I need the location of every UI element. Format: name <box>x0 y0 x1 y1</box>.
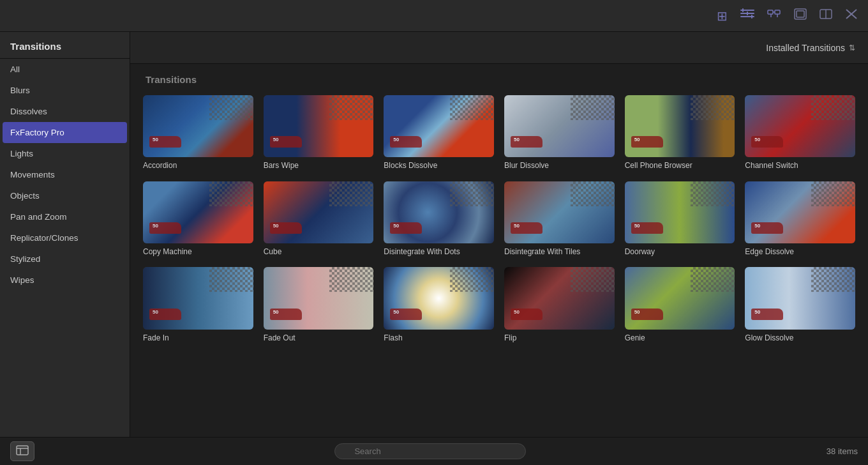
grid-container: AccordionBars WipeBlocks DissolveBlur Di… <box>130 90 868 437</box>
transition-item-glow-dissolve[interactable]: Glow Dissolve <box>742 262 858 348</box>
transition-label: Blur Dissolve <box>504 161 549 171</box>
transition-label: Cube <box>264 247 282 257</box>
transition-label: Edge Dissolve <box>745 247 794 257</box>
search-input[interactable] <box>334 443 526 459</box>
main-area: Transitions AllBlursDissolvesFxFactory P… <box>0 32 868 437</box>
transition-item-fade-in[interactable]: Fade In <box>140 262 256 348</box>
transition-item-cell-phone-browser[interactable]: Cell Phone Browser <box>622 90 738 176</box>
sidebar-item-pan-and-zoom[interactable]: Pan and Zoom <box>0 206 130 227</box>
transition-label: Fade In <box>143 333 169 344</box>
section-title: Transitions <box>130 64 868 90</box>
toolbar-icon-3[interactable] <box>767 8 781 23</box>
svg-rect-7 <box>775 10 780 14</box>
transition-label: Accordion <box>143 161 177 171</box>
search-wrapper: 🔍 <box>334 443 526 459</box>
transition-label: Disintegrate With Dots <box>384 247 460 257</box>
bottom-bar: 🔍 38 items <box>0 437 868 465</box>
sidebar: Transitions AllBlursDissolvesFxFactory P… <box>0 32 130 437</box>
sidebar-item-blurs[interactable]: Blurs <box>0 80 130 101</box>
svg-rect-4 <box>747 11 748 15</box>
transition-item-edge-dissolve[interactable]: Edge Dissolve <box>742 176 858 263</box>
sidebar-title: Transitions <box>0 32 130 59</box>
sidebar-item-dissolves[interactable]: Dissolves <box>0 101 130 122</box>
browser-icon[interactable] <box>10 441 34 461</box>
sidebar-item-fxfactory-pro[interactable]: FxFactory Pro <box>3 122 127 143</box>
sidebar-item-wipes[interactable]: Wipes <box>0 270 130 291</box>
transition-item-channel-switch[interactable]: Channel Switch <box>742 90 858 176</box>
transition-label: Glow Dissolve <box>745 333 793 344</box>
bottom-bar-left <box>10 441 34 461</box>
toolbar-icon-2[interactable] <box>740 8 754 23</box>
items-count: 38 items <box>827 446 858 456</box>
transition-label: Genie <box>625 333 645 344</box>
transition-label: Flip <box>504 333 516 344</box>
transition-item-cube[interactable]: Cube <box>261 176 377 263</box>
transition-item-disintegrate-with-dots[interactable]: Disintegrate With Dots <box>381 176 497 263</box>
transition-item-doorway[interactable]: Doorway <box>622 176 738 263</box>
transition-item-disintegrate-with-tiles[interactable]: Disintegrate With Tiles <box>502 176 617 263</box>
transition-label: Disintegrate With Tiles <box>504 247 580 257</box>
svg-rect-3 <box>742 8 744 12</box>
transition-label: Flash <box>384 333 402 344</box>
transition-label: Blocks Dissolve <box>384 161 437 171</box>
search-box: 🔍 <box>42 443 819 459</box>
toolbar-icon-5[interactable] <box>819 8 832 23</box>
sidebar-item-replicator-clones[interactable]: Replicator/Clones <box>0 227 130 248</box>
sidebar-item-objects[interactable]: Objects <box>0 185 130 206</box>
sidebar-item-stylized[interactable]: Stylized <box>0 248 130 270</box>
transition-item-flip[interactable]: Flip <box>502 262 617 348</box>
transition-item-copy-machine[interactable]: Copy Machine <box>140 176 256 263</box>
sidebar-item-movements[interactable]: Movements <box>0 164 130 185</box>
transition-item-bars-wipe[interactable]: Bars Wipe <box>261 90 377 176</box>
transition-item-blur-dissolve[interactable]: Blur Dissolve <box>502 90 617 176</box>
transition-label: Bars Wipe <box>264 161 299 171</box>
toolbar: ⊞ <box>0 0 868 32</box>
transition-item-accordion[interactable]: Accordion <box>140 90 256 176</box>
transition-label: Cell Phone Browser <box>625 161 692 171</box>
sidebar-item-lights[interactable]: Lights <box>0 143 130 164</box>
transition-label: Channel Switch <box>745 161 798 171</box>
transition-item-flash[interactable]: Flash <box>381 262 497 348</box>
transition-item-genie[interactable]: Genie <box>622 262 738 348</box>
transition-label: Doorway <box>625 247 655 257</box>
svg-rect-5 <box>751 15 752 19</box>
toolbar-icon-4[interactable] <box>794 8 807 23</box>
transition-item-fade-out[interactable]: Fade Out <box>261 262 377 348</box>
installed-transitions-label[interactable]: Installed Transitions ⇅ <box>766 43 855 53</box>
toolbar-icon-1[interactable]: ⊞ <box>717 8 728 24</box>
chevron-icon: ⇅ <box>849 43 855 52</box>
svg-rect-17 <box>17 446 28 455</box>
transition-label: Copy Machine <box>143 247 192 257</box>
svg-rect-12 <box>797 11 804 17</box>
transition-label: Fade Out <box>264 333 296 344</box>
content-area: Installed Transitions ⇅ Transitions Acco… <box>130 32 868 437</box>
sidebar-item-all[interactable]: All <box>0 59 130 80</box>
content-header: Installed Transitions ⇅ <box>130 32 868 64</box>
installed-label-text: Installed Transitions <box>766 43 845 53</box>
svg-rect-6 <box>768 10 773 14</box>
transition-item-blocks-dissolve[interactable]: Blocks Dissolve <box>381 90 497 176</box>
toolbar-icon-close[interactable] <box>845 8 858 23</box>
transitions-grid: AccordionBars WipeBlocks DissolveBlur Di… <box>140 90 858 348</box>
